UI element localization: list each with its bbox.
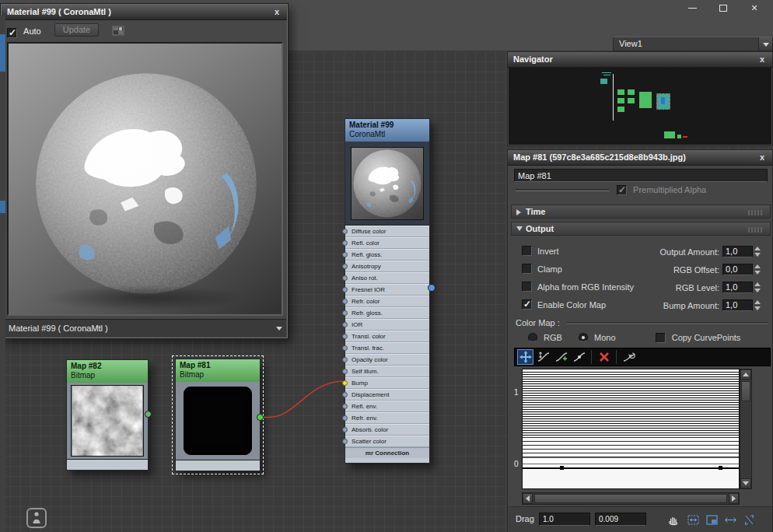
invert-checkbox[interactable] — [522, 246, 532, 256]
scrollbar-thumb[interactable] — [741, 381, 750, 401]
slot-input-socket[interactable] — [342, 240, 348, 246]
slot-input-socket[interactable] — [342, 369, 348, 374]
maximize-button[interactable] — [708, 0, 739, 16]
auto-checkbox[interactable] — [7, 28, 17, 38]
curve-line[interactable] — [523, 467, 739, 469]
material-slot-aniso-rot[interactable]: Aniso rot. — [345, 272, 429, 284]
bitmap-thumbnail[interactable] — [67, 383, 148, 459]
material-slot-refr-gloss[interactable]: Refr. gloss. — [345, 307, 429, 319]
rgb-level-value[interactable]: 1,0 — [722, 282, 753, 293]
corner-point-button[interactable] — [571, 349, 587, 365]
material-selector-dropdown[interactable]: Material #99 ( CoronaMtl ) — [2, 319, 286, 337]
slot-input-socket[interactable] — [342, 275, 348, 281]
node-map-82[interactable]: Map #82 Bitmap — [66, 359, 149, 471]
slot-input-socket[interactable] — [342, 264, 348, 269]
scroll-right-button[interactable] — [729, 493, 739, 504]
material-slot-anisotropy[interactable]: Anisotropy — [345, 261, 429, 272]
node-header[interactable]: Map #81 Bitmap — [176, 359, 260, 382]
scroll-up-button[interactable] — [740, 369, 751, 380]
slot-input-socket[interactable] — [342, 427, 348, 432]
update-button[interactable]: Update — [54, 23, 99, 37]
node-header[interactable]: Map #82 Bitmap — [67, 360, 148, 383]
curve-point-handle[interactable] — [560, 466, 564, 470]
material-slot-ior[interactable]: IOR — [345, 319, 429, 331]
pan-hand-icon[interactable] — [665, 513, 680, 527]
material-slot-opacity-color[interactable]: Opacity color — [345, 354, 429, 366]
close-icon[interactable]: x — [757, 52, 768, 67]
navigator-titlebar[interactable]: Navigator x — [508, 52, 772, 68]
minimize-button[interactable] — [677, 0, 708, 16]
material-slot-diffuse-color[interactable]: Diffuse color — [345, 226, 429, 237]
node-header[interactable]: Material #99 CoronaMtl — [345, 119, 429, 142]
material-slot-absorb-color[interactable]: Absorb. color — [345, 424, 429, 436]
curve-vertical-scrollbar[interactable] — [740, 369, 752, 489]
material-slot-self-illum[interactable]: Self illum. — [345, 366, 429, 377]
curve-y-value-field[interactable]: 0.009 — [595, 513, 646, 526]
alpha-from-rgb-checkbox[interactable] — [522, 282, 532, 292]
delete-point-button[interactable] — [596, 349, 612, 365]
scrollbar-thumb[interactable] — [534, 494, 727, 503]
material-slot-displacement[interactable]: Displacement — [345, 389, 429, 401]
bitmap-thumbnail[interactable] — [176, 382, 260, 460]
mono-radio[interactable] — [579, 333, 588, 342]
map-panel-titlebar[interactable]: Map #81 (597c8e3a685c215d8e8b943b.jpg) x — [508, 150, 772, 166]
slot-input-socket[interactable] — [342, 357, 348, 362]
material-preview-viewport[interactable] — [7, 42, 283, 316]
material-preview-window[interactable]: Material #99 ( CoronaMtl ) x Auto Update… — [1, 4, 288, 338]
material-output-socket[interactable] — [428, 284, 435, 292]
spinner-arrows[interactable] — [753, 264, 761, 275]
move-point-button[interactable] — [517, 349, 533, 365]
output-amount-value[interactable]: 1,0 — [722, 246, 753, 257]
chevron-down-icon[interactable] — [758, 37, 772, 51]
material-slot-transl-frac[interactable]: Transl. frac. — [345, 342, 429, 354]
material-thumbnail[interactable] — [345, 142, 429, 226]
slot-input-socket[interactable] — [342, 345, 348, 351]
curve-horizontal-scrollbar[interactable] — [522, 492, 740, 505]
slot-input-socket[interactable] — [342, 310, 348, 316]
enable-color-map-checkbox[interactable] — [522, 299, 532, 310]
copy-curvepoints-checkbox[interactable] — [656, 333, 666, 343]
slot-input-socket[interactable] — [342, 287, 348, 292]
material-slot-refl-env[interactable]: Refl. env. — [345, 401, 429, 412]
spinner-arrows[interactable] — [753, 299, 761, 311]
spinner-arrows[interactable] — [753, 246, 761, 257]
node-material-99[interactable]: Material #99 CoronaMtl Diffuse colorRefl… — [345, 118, 430, 464]
rgb-level-spinner[interactable]: 1,0 — [722, 282, 761, 293]
zoom-region-icon[interactable] — [704, 513, 719, 527]
slot-input-socket[interactable] — [342, 439, 348, 444]
slot-input-socket[interactable] — [342, 380, 348, 386]
slot-input-socket[interactable] — [342, 415, 348, 421]
material-slot-scatter-color[interactable]: Scatter color — [345, 436, 429, 447]
map82-output-socket[interactable] — [145, 411, 152, 418]
rgb-offset-value[interactable]: 0,0 — [722, 264, 753, 275]
material-slot-refr-color[interactable]: Refr. color — [345, 296, 429, 307]
slot-input-socket[interactable] — [342, 404, 348, 409]
curve-graph[interactable] — [522, 369, 740, 489]
rgb-offset-spinner[interactable]: 0,0 — [722, 264, 761, 275]
navigator-minimap[interactable] — [509, 68, 771, 145]
slot-input-socket[interactable] — [342, 334, 348, 339]
node-map-81[interactable]: Map #81 Bitmap — [175, 359, 261, 471]
spinner-arrows[interactable] — [753, 282, 761, 293]
zoom-value-extents-icon[interactable] — [741, 513, 757, 527]
slot-input-socket[interactable] — [342, 299, 348, 304]
rgb-radio[interactable] — [528, 333, 537, 342]
material-slot-refl-gloss[interactable]: Refl. gloss. — [345, 249, 429, 261]
view-dropdown[interactable]: View1 — [613, 37, 773, 51]
slot-input-socket[interactable] — [342, 252, 348, 257]
output-rollout[interactable]: Output — [511, 222, 771, 236]
show-shaded-material-icon[interactable] — [112, 24, 124, 38]
add-point-button[interactable] — [553, 349, 569, 365]
output-amount-spinner[interactable]: 1,0 — [722, 246, 761, 257]
scroll-down-button[interactable] — [740, 478, 751, 488]
curve-x-value-field[interactable]: 1.0 — [539, 513, 590, 526]
material-slot-refl-color[interactable]: Refl. color — [345, 237, 429, 249]
slot-input-socket[interactable] — [342, 322, 348, 327]
scale-point-button[interactable] — [535, 349, 551, 365]
bump-amount-spinner[interactable]: 1,0 — [722, 299, 761, 311]
zoom-horizontal-extents-icon[interactable] — [722, 513, 738, 527]
slot-input-socket[interactable] — [342, 392, 348, 397]
mr-connection-slot[interactable]: mr Connection — [345, 447, 429, 458]
clamp-checkbox[interactable] — [522, 264, 532, 274]
zoom-extents-icon[interactable] — [685, 513, 701, 527]
